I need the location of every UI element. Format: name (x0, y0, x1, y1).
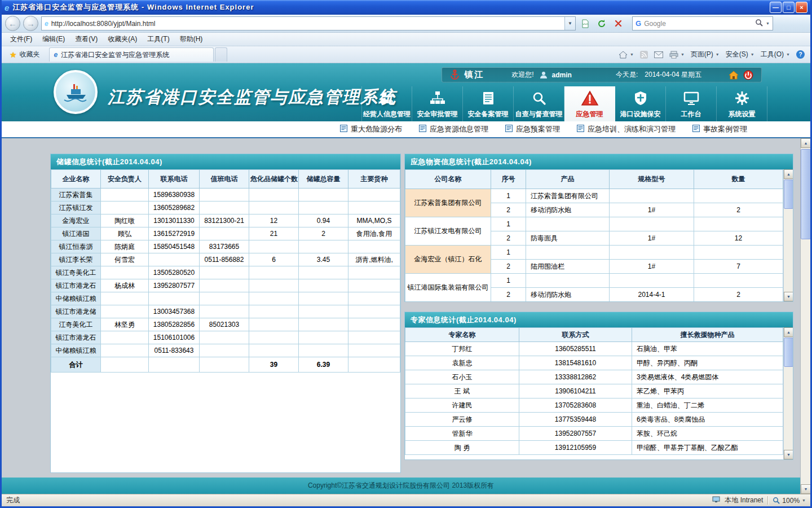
qty-cell (694, 246, 783, 260)
home-button[interactable]: ▼ (619, 51, 634, 59)
nav-item-settings[interactable]: 系统设置 (717, 86, 767, 121)
scroll-up-icon[interactable]: ▲ (784, 327, 793, 337)
scroll-thumb[interactable] (784, 179, 793, 209)
scroll-thumb[interactable] (801, 149, 811, 239)
expert-name-cell: 陶 勇 (405, 441, 519, 455)
spec-cell: 1# (610, 231, 694, 246)
nav-item-emergency[interactable]: 应急管理 (564, 86, 615, 121)
cell (299, 202, 348, 214)
subnav-label: 应急预案管理 (516, 124, 560, 134)
maximize-button[interactable]: □ (783, 2, 795, 13)
page-menu-button[interactable]: 页面(P) ▼ (691, 50, 720, 59)
table-row: 严云修137753594486类毒害品、8类腐蚀品 (405, 413, 783, 427)
tools-menu-button[interactable]: 工具(O) ▼ (761, 50, 790, 59)
scroll-down-icon[interactable]: ▼ (784, 450, 793, 459)
cell (299, 318, 348, 331)
subnav-label: 重大危险源分布 (351, 124, 402, 134)
mail-button[interactable] (654, 51, 663, 58)
stop-button[interactable] (611, 17, 625, 30)
zoom-dropdown-icon[interactable]: ▼ (802, 498, 806, 502)
materials-scrollbar[interactable]: ▲ ▼ (783, 169, 793, 301)
cell: 镇江恒泰沥 (51, 240, 101, 253)
nav-item-inspection[interactable]: 自查与督查管理 (514, 86, 564, 121)
port-logo (54, 70, 98, 114)
search-input[interactable] (644, 20, 752, 28)
menu-item-3[interactable]: 收藏夹(A) (103, 33, 142, 46)
approval-icon (429, 90, 446, 107)
close-button[interactable]: × (796, 2, 807, 13)
safety-menu-button[interactable]: 安全(S) ▼ (726, 50, 754, 59)
subnav-item-2[interactable]: 应急预案管理 (505, 124, 560, 134)
cell: 镇江李长荣 (51, 253, 101, 266)
username: admin (552, 71, 572, 79)
new-tab-button[interactable] (215, 47, 227, 62)
cell (249, 266, 299, 279)
menu-item-4[interactable]: 工具(T) (142, 33, 174, 46)
search-magnifier-icon[interactable] (755, 19, 763, 29)
cell (249, 189, 299, 202)
nav-item-security[interactable]: 港口设施保安 (615, 86, 666, 121)
experts-panel-title: 专家信息统计(截止2014.04.04) (405, 312, 793, 327)
subnav-item-4[interactable]: 事故案例管理 (692, 124, 747, 134)
scroll-up-icon[interactable]: ▲ (784, 169, 793, 179)
cell (299, 331, 348, 344)
compatibility-view-icon[interactable] (579, 17, 592, 30)
feeds-button[interactable] (640, 51, 648, 59)
page-scrollbar[interactable]: ▲ ▼ (800, 138, 810, 494)
url-field[interactable]: e ▼ (41, 16, 576, 30)
favorites-button[interactable]: ★ 收藏夹 (5, 48, 45, 61)
menu-item-1[interactable]: 编辑(E) (37, 33, 70, 46)
cell: 15896380938 (149, 189, 200, 202)
experts-table: 专家名称联系方式擅长救援物种产品丁邦红13605285511石脑油、甲苯袁新忠1… (405, 327, 783, 455)
back-button[interactable]: ← (5, 16, 20, 31)
zoom-control[interactable]: 100% ▼ (773, 497, 806, 505)
portal-home-button[interactable] (729, 71, 739, 80)
skill-cell: 苯乙烯、甲苯丙 (632, 384, 783, 398)
url-input[interactable] (51, 17, 562, 30)
cell: 13805282856 (149, 318, 200, 331)
window-controls: — □ × (770, 2, 807, 13)
logout-button[interactable] (743, 70, 753, 80)
table-row: 镇江李长荣何雪宏0511-85688263.45沥青,燃料油, (51, 253, 400, 266)
table-row: 石小玉133388128623类易燃液体、4类易燃固体 (405, 370, 783, 384)
scroll-thumb[interactable] (784, 338, 793, 367)
menu-item-2[interactable]: 查看(V) (70, 33, 103, 46)
print-dropdown-icon[interactable]: ▼ (681, 52, 685, 56)
skill-cell: 3类易燃液体、4类易燃固体 (632, 370, 783, 384)
search-box[interactable]: G ▼ (632, 16, 773, 30)
menu-item-0[interactable]: 文件(F) (5, 33, 37, 46)
scroll-down-icon[interactable]: ▼ (801, 484, 811, 494)
nav-item-approval[interactable]: 安全审批管理 (412, 86, 463, 121)
cell: 陈炳庭 (101, 240, 149, 253)
cell (249, 240, 299, 253)
nav-item-workbench[interactable]: 工作台 (666, 86, 717, 121)
cell (299, 344, 348, 357)
subnav-item-3[interactable]: 应急培训、演练和演习管理 (577, 124, 676, 134)
subnav-item-0[interactable]: 重大危险源分布 (340, 124, 402, 134)
help-button[interactable]: ? (796, 50, 805, 59)
refresh-button[interactable] (595, 17, 608, 30)
seq-cell: 2 (491, 231, 526, 246)
column-header: 危化品储罐个数 (249, 170, 299, 189)
nav-item-operators[interactable]: 经营人信息管理 (361, 86, 412, 121)
column-header: 值班电话 (200, 170, 249, 189)
scroll-up-icon[interactable]: ▲ (801, 138, 811, 148)
minimize-button[interactable]: — (770, 2, 782, 13)
product-cell: 陆用围油栏 (526, 260, 610, 274)
print-button[interactable]: ▼ (669, 51, 685, 59)
scroll-down-icon[interactable]: ▼ (784, 292, 793, 301)
table-row: 王 斌13906104211苯乙烯、甲苯丙 (405, 384, 783, 398)
cell (149, 253, 200, 266)
subnav-item-1[interactable]: 应急资源信息管理 (419, 124, 488, 134)
url-dropdown-icon[interactable]: ▼ (564, 17, 575, 30)
nav-item-record[interactable]: 安全备案管理 (463, 86, 514, 121)
search-dropdown-icon[interactable]: ▼ (766, 21, 770, 25)
ie-logo-icon: e (5, 3, 9, 12)
forward-button[interactable]: → (23, 16, 38, 31)
browser-tab[interactable]: e 江苏省港口安全监管与应急管理系统 (49, 47, 214, 62)
column-header: 规格型号 (610, 170, 694, 189)
home-dropdown-icon[interactable]: ▼ (630, 52, 634, 56)
menu-item-5[interactable]: 帮助(H) (175, 33, 208, 46)
experts-scrollbar[interactable]: ▲ ▼ (783, 327, 793, 459)
column-header: 联系方式 (519, 328, 632, 342)
